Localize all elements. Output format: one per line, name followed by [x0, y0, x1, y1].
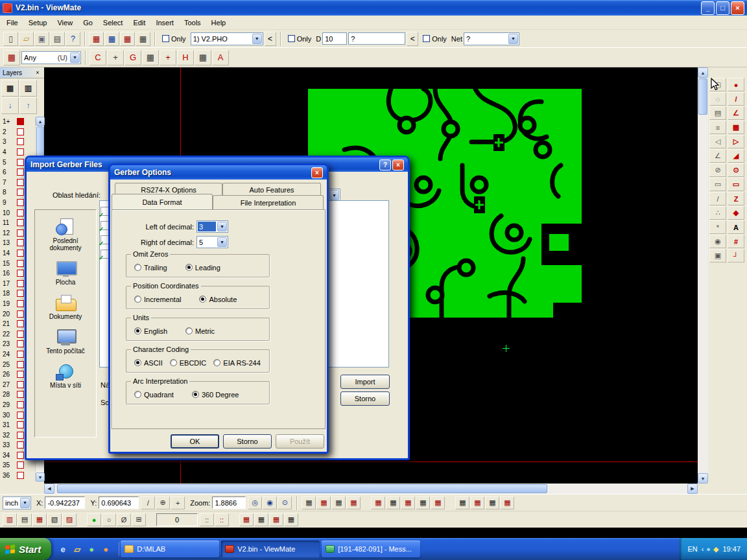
- radio-360-degree[interactable]: 360 Degree: [192, 391, 239, 399]
- dcode-input[interactable]: 10: [322, 32, 347, 45]
- fill-tool-icon[interactable]: ▦: [728, 121, 744, 134]
- corner-tool-icon[interactable]: ┘: [728, 249, 744, 262]
- minimize-button[interactable]: _: [701, 1, 715, 15]
- apply-button[interactable]: Použít: [276, 434, 324, 449]
- chevron-down-icon[interactable]: ▼: [217, 222, 227, 231]
- checkbox-icon[interactable]: [288, 35, 295, 42]
- help-button[interactable]: ?: [379, 159, 391, 170]
- grid-b-icon[interactable]: ▦: [316, 496, 331, 509]
- pattern-7-icon[interactable]: ▦: [470, 496, 484, 509]
- radio-button[interactable]: [185, 264, 193, 271]
- layer-table-icon[interactable]: ▦: [120, 32, 135, 46]
- dcode-filter-input[interactable]: ?: [348, 32, 405, 45]
- tray-volume-icon[interactable]: ◆: [713, 545, 718, 554]
- tray-hide-icon[interactable]: ‹: [702, 545, 704, 554]
- radio-eia-rs-244[interactable]: EIA RS-244: [213, 359, 260, 367]
- gerber-dialog-titlebar[interactable]: Gerber Options ×: [110, 165, 327, 180]
- layer-color-chip[interactable]: [17, 340, 24, 347]
- zoom-field[interactable]: 1.8866: [212, 496, 246, 509]
- layer-row[interactable]: 2: [0, 127, 35, 137]
- layer-color-chip[interactable]: [17, 148, 24, 156]
- crosshair-icon[interactable]: +: [107, 50, 124, 65]
- scroll-down-icon[interactable]: ▼: [36, 472, 45, 482]
- place-item-m-sta-v-s-ti[interactable]: Místa v síti: [35, 358, 96, 393]
- annotate-icon[interactable]: A: [212, 50, 229, 65]
- layers-tool-icon[interactable]: ▤: [709, 106, 726, 120]
- layer-row[interactable]: 3: [0, 137, 35, 147]
- tab-data-format[interactable]: Data Format: [112, 194, 213, 209]
- pattern-1-icon[interactable]: ▦: [371, 496, 385, 509]
- radio-button[interactable]: [213, 359, 220, 366]
- tool-table-icon[interactable]: ▦: [136, 32, 150, 46]
- layer-combo[interactable]: 1) V2.PHO ▼: [191, 32, 263, 45]
- gerber-close-button[interactable]: ×: [311, 167, 323, 178]
- radio-button[interactable]: [185, 327, 193, 334]
- matrix-icon[interactable]: ▦: [195, 50, 211, 65]
- dots-b-icon[interactable]: ::: [215, 513, 229, 526]
- radio-button[interactable]: [134, 327, 141, 334]
- lines-tool-icon[interactable]: ≡: [709, 121, 726, 134]
- radio-absolute[interactable]: Absolute: [199, 296, 237, 303]
- layer-color-chip[interactable]: [17, 270, 24, 277]
- layer-color-chip[interactable]: [17, 461, 24, 469]
- status-light-icon[interactable]: ●: [87, 513, 101, 526]
- layer-color-chip[interactable]: [17, 371, 24, 378]
- place-item-posledn-dokumenty[interactable]: Poslední dokumenty: [35, 214, 96, 255]
- pattern-8-icon[interactable]: ▦: [485, 496, 499, 509]
- layer-color-chip[interactable]: [17, 250, 24, 257]
- pattern-3-icon[interactable]: ▦: [401, 496, 415, 509]
- pattern-4-icon[interactable]: ▦: [416, 496, 430, 509]
- close-button[interactable]: ×: [731, 1, 744, 15]
- grid-d-icon[interactable]: ▦: [346, 496, 361, 509]
- print-icon[interactable]: ▤: [50, 32, 65, 46]
- pattern2-4-icon[interactable]: ▦: [284, 513, 298, 526]
- only-net-checkbox[interactable]: Only: [423, 35, 447, 43]
- tray-app-icon[interactable]: ●: [706, 545, 711, 554]
- triangle-tool-icon[interactable]: ◢: [728, 149, 744, 163]
- layer-color-chip[interactable]: [17, 351, 24, 358]
- probe-b-icon[interactable]: Ø: [117, 513, 131, 526]
- chevron-down-icon[interactable]: ▼: [70, 52, 80, 63]
- new-file-icon[interactable]: ▯: [3, 32, 18, 46]
- highlight-icon[interactable]: +: [160, 50, 176, 65]
- circle-tool-icon[interactable]: ⊙: [728, 163, 744, 177]
- menu-item-file[interactable]: File: [1, 17, 23, 29]
- vertical-scrollbar[interactable]: ▲ ▼: [698, 67, 708, 484]
- radio-button[interactable]: [134, 359, 141, 366]
- layer-color-chip[interactable]: [17, 300, 24, 307]
- place-item-dokumenty[interactable]: Dokumenty: [35, 290, 96, 324]
- layer-pattern-c-icon[interactable]: ▦: [32, 513, 47, 526]
- layer-color-chip[interactable]: [17, 432, 24, 439]
- import-cancel-button[interactable]: Storno: [340, 391, 390, 406]
- layer-table-icon[interactable]: ▦: [1, 80, 19, 97]
- layer-row[interactable]: 1+: [0, 117, 35, 127]
- layer-row[interactable]: 36: [0, 471, 35, 481]
- layer-color-chip[interactable]: [17, 320, 24, 327]
- pattern-5-icon[interactable]: ▦: [431, 496, 445, 509]
- right-of-decimal-combo[interactable]: 5 ▼: [196, 236, 228, 248]
- place-item-tento-po-ta[interactable]: Tento počítač: [35, 324, 96, 358]
- menu-item-setup[interactable]: Setup: [23, 17, 53, 29]
- radio-english[interactable]: English: [134, 327, 167, 335]
- menu-item-go[interactable]: Go: [78, 17, 98, 29]
- only-layer-checkbox[interactable]: Only: [162, 35, 186, 43]
- chevron-down-icon[interactable]: ▼: [252, 34, 262, 44]
- layer-color-chip[interactable]: [17, 128, 24, 135]
- circle-draw-icon[interactable]: C: [89, 50, 106, 65]
- select-mode-combo[interactable]: Any (U) ▼: [21, 51, 81, 64]
- pattern2-3-icon[interactable]: ▦: [269, 513, 283, 526]
- arrow-tool-icon[interactable]: ▷: [728, 135, 744, 148]
- layer-color-chip[interactable]: [17, 219, 24, 226]
- grid-toggle-icon[interactable]: ▦: [3, 50, 20, 65]
- aperture-table-icon[interactable]: ▦: [104, 32, 119, 46]
- radio-button[interactable]: [134, 391, 141, 398]
- zigzag-tool-icon[interactable]: Z: [728, 192, 744, 205]
- layer-color-chip[interactable]: [17, 239, 24, 246]
- radio-button[interactable]: [134, 296, 141, 303]
- layer-color-chip[interactable]: [17, 310, 24, 318]
- task-button-191-482-091-mess[interactable]: [191-482-091] - Mess...: [322, 541, 420, 557]
- zoom-in-icon[interactable]: ◎: [248, 496, 262, 509]
- grid-snap-icon[interactable]: ▦: [142, 50, 159, 65]
- layer-color-chip[interactable]: [17, 159, 24, 166]
- radio-ebcdic[interactable]: EBCDIC: [170, 359, 207, 367]
